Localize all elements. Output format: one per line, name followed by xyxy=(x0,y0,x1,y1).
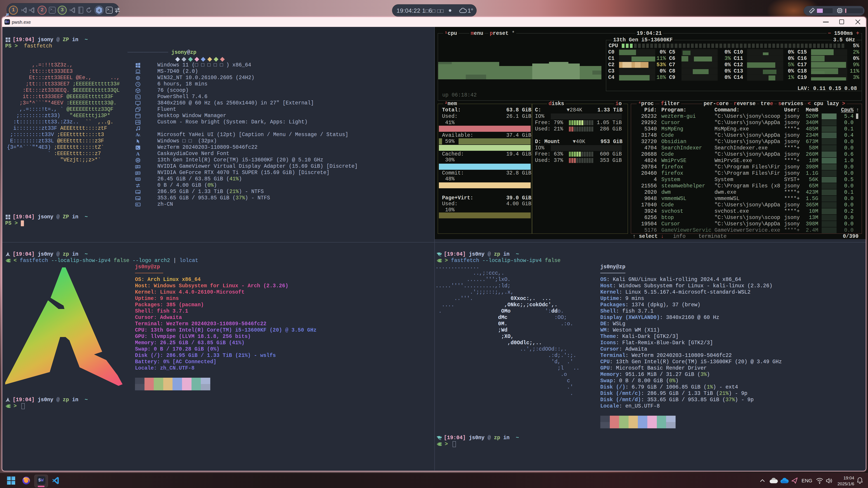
svg-text:A: A xyxy=(136,151,140,157)
svg-text:A□: A□ xyxy=(136,203,140,206)
svg-text:A: A xyxy=(138,134,141,137)
svg-text:4: 4 xyxy=(98,8,100,13)
